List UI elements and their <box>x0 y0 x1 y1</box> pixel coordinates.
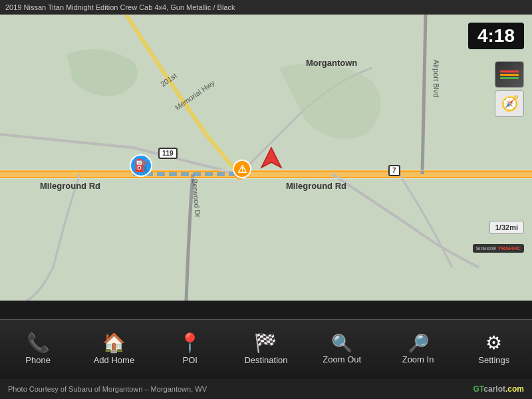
map-controls-panel: 🧭 <box>495 61 524 117</box>
nav-settings[interactable]: ⚙ Settings <box>467 329 521 370</box>
distance-badge: 1/32mi <box>489 221 524 234</box>
gtcarlot-logo: GTcarlot.com <box>473 384 524 394</box>
navigation-bar: 📞 Phone 🏠 Add Home 📍 POI 🏁 Destination 🔍… <box>0 319 532 379</box>
zoom-in-icon: 🔎 <box>408 334 429 352</box>
traffic-layers-button[interactable] <box>495 61 524 88</box>
siriusxm-label: SiriusXM <box>476 246 496 251</box>
traffic-badge: SiriusXM TRAFFIC <box>473 244 524 253</box>
traffic-lines-icon <box>500 70 519 79</box>
poi-label: POI <box>183 355 198 365</box>
phone-icon: 📞 <box>27 334 50 352</box>
top-info-bar: 2019 Nissan Titan Midnight Edition Crew … <box>0 0 532 15</box>
caption-bar: Photo Courtesy of Subaru of Morgantown –… <box>0 379 532 399</box>
nav-add-home[interactable]: 🏠 Add Home <box>87 329 140 370</box>
road-marker-119: 119 <box>158 148 178 159</box>
nav-poi[interactable]: 📍 POI <box>164 329 217 370</box>
add-home-label: Add Home <box>94 355 134 365</box>
nav-phone[interactable]: 📞 Phone <box>11 329 65 370</box>
settings-label: Settings <box>478 355 509 365</box>
phone-label: Phone <box>25 355 51 365</box>
zoom-out-label: Zoom Out <box>323 354 361 364</box>
zoom-in-label: Zoom In <box>402 354 434 364</box>
traffic-incident-icon: ⚠ <box>233 160 251 178</box>
poi-icon: 📍 <box>178 334 201 352</box>
destination-icon: 🏁 <box>254 334 277 352</box>
caption-text: Photo Courtesy of Subaru of Morgantown –… <box>8 385 207 393</box>
settings-icon: ⚙ <box>485 334 502 352</box>
compass-button[interactable]: 🧭 <box>495 90 524 117</box>
svg-marker-2 <box>261 148 281 168</box>
traffic-label: TRAFFIC <box>498 245 521 251</box>
road-marker-7: 7 <box>388 165 400 176</box>
nav-arrow <box>258 144 285 171</box>
destination-label: Destination <box>244 355 287 365</box>
clock-display: 4:18 <box>468 23 524 49</box>
nav-destination[interactable]: 🏁 Destination <box>239 329 293 370</box>
fuel-station-icon: ⛽ <box>130 154 152 177</box>
vehicle-title: 2019 Nissan Titan Midnight Edition Crew … <box>5 3 235 11</box>
zoom-out-icon: 🔍 <box>331 334 352 352</box>
map-container: Morgantown Mileground Rd Mileground Rd 2… <box>0 15 532 301</box>
nav-zoom-in[interactable]: 🔎 Zoom In <box>392 329 445 370</box>
nav-zoom-out[interactable]: 🔍 Zoom Out <box>315 329 368 370</box>
home-icon: 🏠 <box>102 334 126 352</box>
